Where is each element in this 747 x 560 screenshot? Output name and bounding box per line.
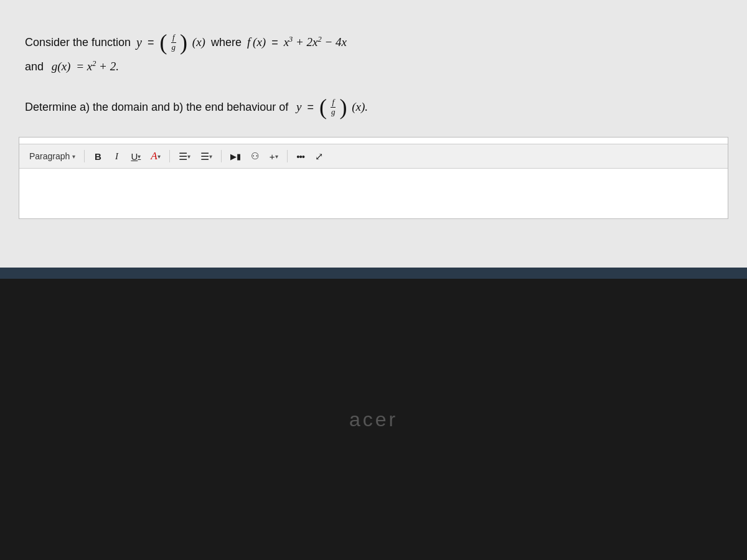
indent-button[interactable]: ☰ ▾ [197, 148, 216, 164]
frac-den1: g [171, 43, 177, 52]
fx-equals: = [268, 32, 281, 52]
fraction3: f g [330, 98, 337, 116]
fx-label: f (x) [247, 32, 266, 53]
lparen3: ( [319, 96, 327, 118]
separator2 [169, 150, 170, 162]
screen: Consider the function y = ( f g ) (x) wh… [0, 0, 747, 560]
math-content: Consider the function y = ( f g ) (x) wh… [19, 19, 728, 137]
resize-icon: ⤢ [315, 151, 323, 162]
editing-container: Paragraph ▾ B I U ▾ A ▾ [19, 137, 728, 219]
desktop-area: acer [0, 279, 747, 560]
media-button[interactable]: ▶▮ [227, 148, 245, 164]
more-icon: ••• [296, 151, 304, 162]
determine-text: Determine a) the domain and b) the end b… [25, 97, 288, 117]
underline-label: U [131, 151, 138, 162]
taskbar-band [0, 268, 747, 279]
separator1 [84, 150, 85, 162]
plus-button[interactable]: + ▾ [266, 148, 282, 164]
plus-chevron-icon: ▾ [275, 153, 278, 160]
separator4 [287, 150, 288, 162]
fx-formula: x3 + 2x2 − 4x [284, 32, 347, 53]
y-var2: y [296, 96, 301, 118]
lparen1: ( [160, 31, 167, 54]
frac-num3: f [331, 98, 336, 107]
rparen1: ) [180, 31, 187, 54]
consider-text: Consider the function [25, 32, 131, 52]
plus-icon: + [270, 151, 275, 162]
rparen3: ) [339, 96, 347, 118]
gx-formula: = x2 + 2. [73, 56, 119, 77]
x-arg3: (x). [349, 96, 368, 118]
resize-button[interactable]: ⤢ [311, 148, 327, 164]
math-line2: and g(x) = x2 + 2. [25, 56, 722, 77]
list-chevron-icon: ▾ [187, 153, 190, 160]
gx-label: g(x) [52, 56, 71, 77]
editor-area: Consider the function y = ( f g ) (x) wh… [0, 0, 747, 268]
paragraph-label: Paragraph [29, 151, 70, 161]
and-text: and [25, 57, 44, 77]
list-icon: ☰ [179, 151, 187, 162]
fraction1: f g [171, 33, 177, 52]
text-edit-area[interactable] [19, 169, 728, 218]
link-icon: ⚇ [251, 151, 259, 162]
link-button[interactable]: ⚇ [247, 148, 263, 164]
more-button[interactable]: ••• [293, 148, 309, 164]
media-icon: ▶▮ [230, 152, 241, 161]
font-color-label: A [151, 150, 157, 162]
separator3 [221, 150, 222, 162]
italic-button[interactable]: I [108, 148, 125, 164]
acer-logo: acer [349, 408, 398, 431]
paragraph-chevron-icon: ▾ [72, 153, 75, 160]
indent-chevron-icon: ▾ [209, 153, 212, 160]
math-line1: Consider the function y = ( f g ) (x) wh… [25, 31, 722, 54]
paragraph-dropdown[interactable]: Paragraph ▾ [26, 149, 79, 163]
indent-icon: ☰ [200, 151, 209, 162]
toolbar: Paragraph ▾ B I U ▾ A ▾ [19, 144, 728, 169]
frac-num1: f [171, 33, 176, 42]
font-color-button[interactable]: A ▾ [147, 148, 164, 164]
where-text: where [208, 32, 245, 52]
list-button[interactable]: ☰ ▾ [175, 148, 194, 164]
x-arg1: (x) [190, 32, 205, 53]
y-var: y [133, 31, 142, 54]
math-line3: Determine a) the domain and b) the end b… [25, 96, 722, 118]
frac-den3: g [330, 108, 337, 116]
bold-button[interactable]: B [90, 148, 106, 164]
underline-button[interactable]: U ▾ [127, 148, 144, 164]
font-color-chevron-icon: ▾ [157, 153, 161, 160]
equals3: = [304, 97, 317, 117]
equals1: = [144, 32, 157, 52]
underline-chevron-icon: ▾ [138, 153, 141, 160]
